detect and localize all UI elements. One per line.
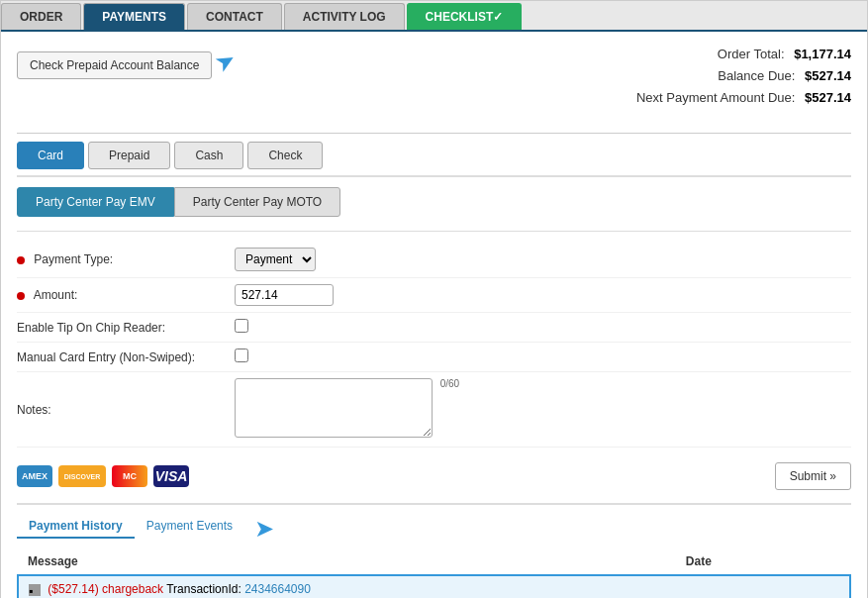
- balance-due-row: Balance Due: $527.14: [636, 65, 851, 87]
- col-date: Date: [676, 548, 850, 575]
- next-payment-row: Next Payment Amount Due: $527.14: [636, 87, 851, 109]
- table-header-row: Message Date: [18, 548, 850, 575]
- submit-button[interactable]: Submit »: [775, 462, 851, 490]
- required-dot-amount: [17, 292, 25, 300]
- order-summary: Order Total: $1,177.14 Balance Due: $527…: [636, 44, 851, 109]
- transaction-label: TransactionId:: [166, 582, 241, 596]
- next-payment-label: Next Payment Amount Due:: [636, 90, 795, 105]
- method-tab-cash[interactable]: Cash: [174, 142, 243, 169]
- content-area: Check Prepaid Account Balance ➤ Order To…: [1, 32, 867, 598]
- row-icon: ▪: [29, 584, 41, 596]
- message-cell: ▪ ($527.14) chargeback TransactionId: 24…: [18, 575, 676, 598]
- tab-payment-history[interactable]: Payment History: [17, 515, 135, 539]
- check-balance-button[interactable]: Check Prepaid Account Balance: [17, 51, 212, 79]
- required-dot-payment-type: [17, 256, 25, 264]
- tab-payment-events[interactable]: Payment Events: [135, 515, 244, 539]
- method-tab-check[interactable]: Check: [247, 142, 323, 169]
- discover-logo: DISCOVER: [58, 465, 106, 487]
- manual-card-label: Manual Card Entry (Non-Swiped):: [17, 350, 235, 364]
- payment-type-control: Payment Deposit Refund: [235, 248, 851, 271]
- payment-history-table: Message Date ▪ ($527.14) chargeback Tran…: [17, 548, 851, 598]
- payment-type-row: Payment Type: Payment Deposit Refund: [17, 242, 851, 278]
- type-text: chargeback: [102, 582, 166, 596]
- method-tabs: Card Prepaid Cash Check: [17, 142, 851, 177]
- balance-due-label: Balance Due:: [718, 68, 795, 83]
- method-tab-card[interactable]: Card: [17, 142, 84, 169]
- history-tabs-row: Payment History Payment Events ➤: [17, 505, 851, 543]
- transaction-id: 2434664090: [244, 582, 311, 596]
- gateway-tab-moto[interactable]: Party Center Pay MOTO: [174, 187, 340, 217]
- tab-checklist[interactable]: CHECKLIST✓: [407, 3, 523, 30]
- main-tabs: ORDER PAYMENTS CONTACT ACTIVITY LOG CHEC…: [1, 1, 867, 32]
- payment-type-select[interactable]: Payment Deposit Refund: [235, 248, 316, 271]
- payment-history-section: Payment History Payment Events ➤ Message…: [17, 503, 851, 598]
- tab-activity-log[interactable]: ACTIVITY LOG: [284, 3, 405, 30]
- notes-row: Notes: 0/60: [17, 372, 851, 448]
- enable-tip-checkbox[interactable]: [235, 319, 248, 333]
- manual-card-checkbox[interactable]: [235, 349, 248, 362]
- tab-payments[interactable]: PAYMENTS: [83, 3, 185, 30]
- cards-submit-row: AMEX DISCOVER MC VISA Submit »: [17, 455, 851, 497]
- tab-order[interactable]: ORDER: [1, 3, 81, 30]
- notes-control: 0/60: [235, 378, 851, 441]
- top-row: Check Prepaid Account Balance ➤ Order To…: [17, 44, 851, 119]
- amount-row: Amount:: [17, 278, 851, 313]
- payment-type-label: Payment Type:: [17, 252, 235, 266]
- visa-logo: VISA: [153, 465, 189, 487]
- amex-logo: AMEX: [17, 465, 52, 487]
- mastercard-logo: MC: [112, 465, 147, 487]
- card-logos: AMEX DISCOVER MC VISA: [17, 465, 189, 487]
- amount-input[interactable]: [235, 284, 334, 306]
- table-row[interactable]: ▪ ($527.14) chargeback TransactionId: 24…: [18, 575, 850, 598]
- manual-card-control: [235, 349, 851, 365]
- order-total-row: Order Total: $1,177.14: [636, 44, 851, 65]
- order-total-value: $1,177.14: [794, 47, 851, 61]
- amount-text: ($527.14): [48, 582, 98, 596]
- enable-tip-row: Enable Tip On Chip Reader:: [17, 313, 851, 343]
- gateway-tab-emv[interactable]: Party Center Pay EMV: [17, 187, 174, 217]
- amount-label: Amount:: [17, 288, 235, 302]
- manual-card-row: Manual Card Entry (Non-Swiped):: [17, 343, 851, 372]
- arrow-to-payment-events: ➤: [254, 515, 274, 543]
- col-message: Message: [18, 548, 676, 575]
- order-total-label: Order Total:: [718, 47, 785, 61]
- amount-control: [235, 284, 851, 306]
- next-payment-value: $527.14: [805, 90, 851, 105]
- date-cell: 03/17/2022 09:50:55 AM ◀: [676, 575, 850, 598]
- arrow-to-payments-tab: ➤: [210, 45, 241, 78]
- enable-tip-label: Enable Tip On Chip Reader:: [17, 321, 235, 335]
- method-tab-prepaid[interactable]: Prepaid: [88, 142, 170, 169]
- balance-due-value: $527.14: [805, 68, 851, 83]
- gateway-tabs: Party Center Pay EMV Party Center Pay MO…: [17, 187, 851, 217]
- enable-tip-control: [235, 319, 851, 336]
- history-tabs: Payment History Payment Events: [17, 509, 244, 539]
- notes-label: Notes:: [17, 403, 235, 417]
- check-balance-area: Check Prepaid Account Balance ➤: [17, 44, 236, 79]
- divider-1: [17, 133, 851, 134]
- notes-textarea[interactable]: [235, 378, 433, 438]
- payment-form: Payment Type: Payment Deposit Refund Amo…: [17, 231, 851, 448]
- char-count: 0/60: [440, 378, 459, 389]
- tab-contact[interactable]: CONTACT: [187, 3, 282, 30]
